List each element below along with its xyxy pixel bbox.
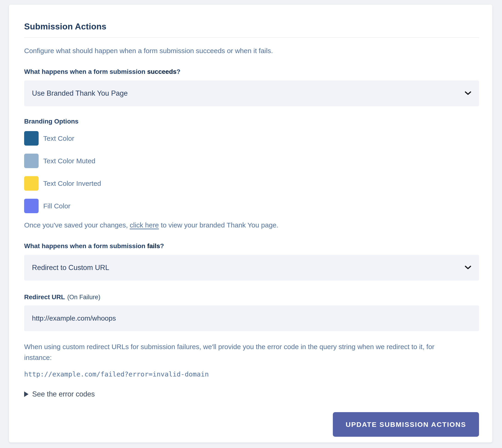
branded-page-note: Once you've saved your changes, click he… <box>24 221 479 229</box>
submission-actions-card: Submission Actions Configure what should… <box>9 5 492 443</box>
text-color-inverted-swatch[interactable] <box>24 176 39 191</box>
failure-emphasis: fails <box>147 242 160 250</box>
success-question-label: What happens when a form submission succ… <box>24 68 479 75</box>
view-branded-page-link[interactable]: click here <box>130 221 159 229</box>
button-row: UPDATE SUBMISSION ACTIONS <box>24 412 479 437</box>
redirect-url-label-suffix: (On Failure) <box>67 294 100 301</box>
branding-options-label: Branding Options <box>24 118 479 125</box>
failure-redirect-note: When using custom redirect URLs for subm… <box>24 341 452 363</box>
success-emphasis: succeeds <box>147 68 177 75</box>
chevron-down-icon <box>465 91 471 96</box>
chevron-down-icon <box>465 266 471 270</box>
see-error-codes-label: See the error codes <box>32 390 95 398</box>
swatch-label: Text Color <box>43 135 74 142</box>
page-title: Submission Actions <box>24 5 479 32</box>
swatch-row-fill-color: Fill Color <box>24 199 479 213</box>
swatch-label: Text Color Muted <box>43 157 95 165</box>
fill-color-swatch[interactable] <box>24 199 39 213</box>
card-description: Configure what should happen when a form… <box>24 47 479 55</box>
see-error-codes-toggle[interactable]: See the error codes <box>24 390 95 398</box>
example-error-url: http://example.com/failed?error=invalid-… <box>24 370 479 378</box>
update-submission-actions-button[interactable]: UPDATE SUBMISSION ACTIONS <box>333 412 479 437</box>
swatch-label: Text Color Inverted <box>43 180 101 187</box>
failure-action-selected-value: Redirect to Custom URL <box>32 264 109 272</box>
swatch-row-text-color: Text Color <box>24 131 479 145</box>
success-action-select[interactable]: Use Branded Thank You Page <box>24 80 479 106</box>
failure-question-label: What happens when a form submission fail… <box>24 242 479 250</box>
swatch-row-text-color-muted: Text Color Muted <box>24 154 479 168</box>
branding-swatch-list: Text Color Text Color Muted Text Color I… <box>24 131 479 213</box>
redirect-url-label: Redirect URL(On Failure) <box>24 293 479 301</box>
text-color-muted-swatch[interactable] <box>24 154 39 168</box>
title-divider <box>24 37 479 38</box>
success-action-selected-value: Use Branded Thank You Page <box>32 89 128 97</box>
failure-action-select[interactable]: Redirect to Custom URL <box>24 255 479 281</box>
text-color-swatch[interactable] <box>24 131 39 145</box>
swatch-label: Fill Color <box>43 202 70 210</box>
redirect-url-input[interactable] <box>24 305 479 331</box>
swatch-row-text-color-inverted: Text Color Inverted <box>24 176 479 191</box>
triangle-right-icon <box>24 391 29 397</box>
